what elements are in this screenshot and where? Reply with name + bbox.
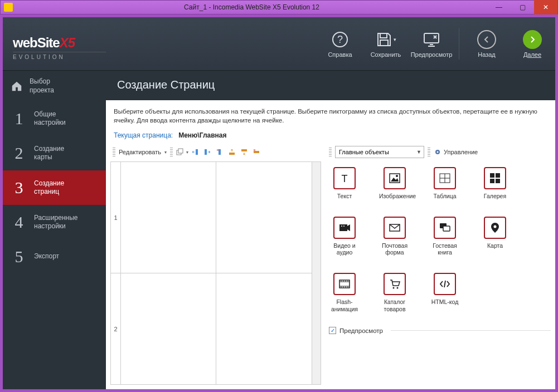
object-flash[interactable]: Flash-анимация — [329, 273, 360, 312]
app-header: webSiteX5 EVOLUTION ? Справка ▾ Сохранит… — [3, 17, 555, 71]
svg-point-29 — [494, 225, 497, 228]
sidebar-item-export[interactable]: 5 Экспорт — [3, 239, 106, 274]
object-htmlcode[interactable]: HTML-код — [429, 273, 460, 312]
objects-dropdown[interactable]: Главные объекты ▼ — [335, 146, 424, 158]
maximize-button[interactable]: ▢ — [511, 0, 534, 14]
sidebar-item-advanced[interactable]: 4 Расширенные настройки — [3, 205, 106, 239]
help-icon: ? — [317, 30, 363, 49]
preview-button[interactable]: Предпросмотр — [409, 30, 454, 58]
page-title: Создание Страниц — [106, 71, 555, 100]
toolbar-grip — [329, 148, 332, 156]
object-guestbook[interactable]: Гостевая книга — [429, 217, 460, 256]
chat-icon — [434, 217, 456, 239]
video-icon — [333, 217, 356, 239]
toolbar-grip — [428, 148, 430, 156]
svg-rect-8 — [229, 153, 235, 155]
minimize-button[interactable]: — — [487, 0, 511, 14]
svg-point-12 — [437, 151, 439, 153]
object-table[interactable]: Таблица — [429, 167, 460, 200]
svg-rect-9 — [241, 149, 247, 151]
gallery-icon — [484, 167, 506, 189]
object-image[interactable]: Изображение — [379, 167, 410, 200]
logo: webSiteX5 EVOLUTION — [3, 27, 106, 60]
svg-text:?: ? — [337, 34, 343, 45]
manage-button[interactable]: Управление — [434, 148, 478, 156]
add-row-top-icon[interactable] — [227, 147, 237, 157]
sidebar-item-sitemap[interactable]: 2 Создание карты — [3, 136, 106, 170]
film-icon — [333, 273, 356, 295]
toolbar-grip — [170, 148, 173, 156]
svg-rect-6 — [205, 149, 207, 155]
table-icon — [434, 167, 456, 189]
object-video[interactable]: Видео и аудио — [329, 217, 360, 256]
text-icon: T — [333, 167, 356, 189]
edit-button[interactable]: Редактировать — [117, 149, 163, 155]
sidebar-item-project[interactable]: Выбор проекта — [3, 71, 106, 101]
instruction-text: Выберите объекты для использования на те… — [106, 100, 555, 129]
row-header: 2 — [111, 273, 120, 384]
svg-marker-15 — [391, 178, 399, 182]
mail-icon — [384, 217, 406, 239]
copy-dropdown-icon[interactable]: ▾ — [186, 150, 188, 155]
svg-point-16 — [396, 175, 398, 177]
svg-rect-7 — [219, 149, 221, 155]
step-sidebar: Выбор проекта 1 Общие настройки 2 Создан… — [3, 71, 106, 389]
window-title: Сайт_1 - Incomedia WebSite X5 Evolution … — [16, 3, 487, 11]
add-row-bottom-icon[interactable] — [239, 147, 249, 157]
chevron-left-icon — [477, 30, 496, 49]
svg-rect-21 — [496, 179, 500, 183]
grid-toolbar: Редактировать ▾ ▾ — [110, 145, 321, 159]
svg-rect-18 — [490, 173, 494, 178]
object-text[interactable]: TТекст — [329, 167, 360, 200]
save-button[interactable]: ▾ Сохранить — [363, 30, 409, 58]
row-header: 1 — [111, 162, 120, 273]
object-mailform[interactable]: Почтовая форма — [379, 217, 410, 256]
add-column-left-icon[interactable] — [190, 147, 200, 157]
svg-rect-5 — [196, 149, 198, 155]
object-catalog[interactable]: Каталог товаров — [379, 273, 410, 312]
svg-point-31 — [393, 287, 395, 288]
grid-cell[interactable] — [121, 162, 216, 273]
preview-checkbox[interactable]: ✓ Предпросмотр — [329, 327, 551, 334]
preview-icon — [409, 30, 454, 49]
grid-cell[interactable] — [121, 273, 216, 384]
current-page: Текущая страница: Меню\Главная — [106, 129, 555, 145]
delete-column-icon[interactable] — [215, 147, 225, 157]
home-icon — [11, 80, 23, 92]
sidebar-item-general[interactable]: 1 Общие настройки — [3, 101, 106, 136]
cart-icon — [384, 273, 406, 295]
svg-rect-20 — [490, 179, 494, 183]
objects-palette: TТекст Изображение Таблица Галерея Видео… — [329, 167, 551, 312]
save-icon: ▾ — [363, 30, 409, 49]
sidebar-item-pages[interactable]: 3 Создание страниц — [3, 170, 106, 205]
svg-point-24 — [341, 226, 342, 227]
chevron-down-icon: ▼ — [416, 149, 421, 155]
grid-cell[interactable] — [216, 162, 312, 273]
page-grid[interactable]: 1 2 — [110, 161, 321, 385]
next-button[interactable]: Далее — [510, 30, 555, 58]
add-column-right-icon[interactable] — [202, 147, 212, 157]
copy-icon[interactable] — [174, 147, 185, 157]
window-titlebar: Сайт_1 - Incomedia WebSite X5 Evolution … — [0, 0, 558, 14]
image-icon — [384, 167, 406, 189]
grid-cell[interactable] — [216, 273, 312, 384]
toolbar-grip — [113, 148, 115, 156]
scrollbar[interactable] — [312, 162, 321, 384]
object-map[interactable]: Карта — [479, 217, 511, 256]
svg-text:T: T — [342, 173, 348, 184]
svg-point-32 — [397, 287, 399, 288]
svg-point-25 — [343, 226, 344, 227]
pin-icon — [484, 217, 506, 239]
svg-rect-22 — [339, 224, 347, 231]
edit-dropdown-icon[interactable]: ▾ — [164, 150, 167, 155]
help-button[interactable]: ? Справка — [317, 30, 363, 58]
checkbox-icon: ✓ — [329, 327, 336, 334]
back-button[interactable]: Назад — [464, 30, 510, 58]
chevron-right-icon — [523, 30, 542, 49]
delete-row-icon[interactable] — [251, 147, 261, 157]
gear-icon — [434, 148, 441, 156]
close-button[interactable]: ✕ — [534, 0, 557, 14]
object-gallery[interactable]: Галерея — [479, 167, 511, 200]
app-icon — [4, 3, 13, 12]
svg-marker-23 — [347, 224, 350, 231]
